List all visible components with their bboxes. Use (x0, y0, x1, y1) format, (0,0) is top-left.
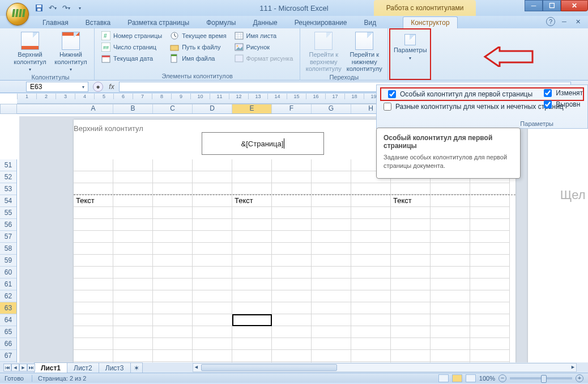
cell[interactable] (391, 290, 431, 302)
cell[interactable] (74, 231, 113, 243)
cell[interactable] (153, 350, 193, 362)
zoom-slider[interactable] (510, 377, 572, 379)
cell[interactable] (470, 243, 510, 255)
cell[interactable] (113, 195, 153, 207)
cell[interactable] (470, 231, 510, 243)
cell[interactable] (193, 183, 232, 195)
row-head-53[interactable]: 53 (0, 183, 16, 195)
cell[interactable] (470, 207, 510, 219)
cell[interactable] (74, 350, 113, 362)
view-layout-button[interactable] (452, 374, 462, 382)
cell[interactable] (272, 326, 312, 338)
cell[interactable] (74, 219, 113, 231)
cell[interactable] (312, 255, 351, 267)
cell[interactable] (351, 278, 391, 290)
cell[interactable] (470, 267, 510, 278)
cell[interactable] (312, 278, 351, 290)
cell[interactable] (193, 290, 232, 302)
tab-insert[interactable]: Вставка (78, 17, 118, 28)
cell[interactable] (193, 207, 232, 219)
row-head-63[interactable]: 63 (0, 302, 16, 314)
cell[interactable] (351, 255, 391, 267)
cell[interactable]: Текст (391, 195, 431, 207)
row-head-55[interactable]: 55 (0, 207, 16, 219)
cell[interactable] (431, 302, 470, 314)
page-count-button[interactable]: ##Число страниц (99, 42, 164, 52)
page-number-button[interactable]: #Номер страницы (99, 31, 164, 41)
name-box[interactable]: E63▾ (26, 82, 88, 92)
col-head-G[interactable]: G (312, 104, 351, 113)
cell[interactable] (312, 159, 351, 171)
col-head-E[interactable]: E (232, 104, 272, 113)
cell[interactable] (153, 278, 193, 290)
doc-close-icon[interactable]: ✕ (573, 17, 582, 26)
cell[interactable] (391, 243, 431, 255)
cell[interactable] (470, 314, 510, 326)
fx-icon[interactable]: fx (106, 82, 117, 92)
cell[interactable] (351, 350, 391, 362)
cell[interactable] (272, 267, 312, 278)
cell[interactable] (470, 183, 510, 195)
cell[interactable] (232, 290, 272, 302)
cell[interactable] (351, 267, 391, 278)
cell[interactable]: Текст (232, 195, 272, 207)
cell[interactable] (232, 243, 272, 255)
cell[interactable] (272, 195, 312, 207)
cell[interactable] (312, 326, 351, 338)
cell[interactable] (431, 326, 470, 338)
cell[interactable] (272, 243, 312, 255)
cell[interactable] (74, 243, 113, 255)
cell[interactable] (113, 171, 153, 183)
cell[interactable] (312, 207, 351, 219)
cell[interactable] (272, 231, 312, 243)
cell[interactable] (232, 314, 272, 326)
cell[interactable] (232, 326, 272, 338)
cell[interactable] (193, 159, 232, 171)
col-head-A[interactable]: A (74, 104, 113, 113)
cell[interactable] (391, 255, 431, 267)
cell[interactable] (431, 267, 470, 278)
cell[interactable] (153, 267, 193, 278)
cell[interactable] (272, 278, 312, 290)
qat-save-icon[interactable] (34, 3, 44, 13)
tab-view[interactable]: Вид (356, 17, 384, 28)
cell[interactable] (312, 231, 351, 243)
cell[interactable] (232, 231, 272, 243)
cell[interactable] (351, 314, 391, 326)
cell[interactable] (232, 338, 272, 350)
row-head-64[interactable]: 64 (0, 314, 16, 326)
sheet-name-button[interactable]: Имя листа (232, 31, 296, 41)
row-head-58[interactable]: 58 (0, 243, 16, 255)
cell[interactable] (153, 314, 193, 326)
cell[interactable] (431, 183, 470, 195)
office-button[interactable] (6, 3, 29, 26)
cell[interactable] (153, 338, 193, 350)
cell[interactable] (272, 255, 312, 267)
cell[interactable] (232, 255, 272, 267)
cell[interactable] (193, 326, 232, 338)
cell[interactable] (312, 290, 351, 302)
cell[interactable] (193, 195, 232, 207)
window-minimize-button[interactable]: ─ (525, 0, 543, 11)
cell[interactable] (232, 171, 272, 183)
cell[interactable] (232, 207, 272, 219)
qat-customize-icon[interactable]: ▾ (75, 3, 85, 14)
cell[interactable] (312, 183, 351, 195)
cell[interactable] (113, 326, 153, 338)
cell[interactable] (351, 207, 391, 219)
cell[interactable] (113, 314, 153, 326)
cell[interactable] (351, 290, 391, 302)
cell[interactable] (74, 267, 113, 278)
cell[interactable] (153, 326, 193, 338)
cancel-formula-icon[interactable]: ● (93, 82, 103, 92)
row-head-66[interactable]: 66 (0, 338, 16, 350)
cell[interactable]: Текст (74, 195, 113, 207)
cell[interactable] (193, 231, 232, 243)
cell[interactable] (153, 243, 193, 255)
view-pagebreak-button[interactable] (466, 374, 476, 382)
current-date-button[interactable]: Текущая дата (99, 53, 164, 64)
cell[interactable] (193, 171, 232, 183)
cell[interactable] (232, 278, 272, 290)
cell[interactable] (74, 159, 113, 171)
cell[interactable] (113, 207, 153, 219)
